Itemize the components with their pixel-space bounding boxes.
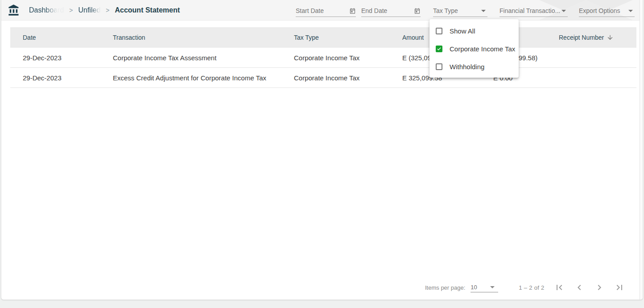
checkbox-checked[interactable] xyxy=(436,46,442,52)
content-card: Dashboard > Unfiled > Account Statement … xyxy=(1,0,643,300)
tax-type-dropdown-menu: Show All Corporate Income Tax Withholdin… xyxy=(429,19,519,78)
items-per-page-value: 10 xyxy=(471,284,477,291)
export-options-label: Export Options xyxy=(579,7,620,14)
menu-item-show-all[interactable]: Show All xyxy=(429,22,519,40)
table-row[interactable]: 29-Dec-2023 Corporate Income Tax Assessm… xyxy=(10,48,636,68)
bank-icon[interactable] xyxy=(8,4,20,17)
checkbox-unchecked[interactable] xyxy=(436,28,442,34)
menu-item-label: Show All xyxy=(450,27,475,35)
breadcrumb-item-unfiled[interactable]: Unfiled xyxy=(78,6,100,14)
chevron-down-icon xyxy=(490,286,495,288)
page-range-text: 1 – 2 of 2 xyxy=(519,284,544,291)
table-row[interactable]: 29-Dec-2023 Excess Credit Adjustment for… xyxy=(10,68,636,88)
financial-transactions-label: Financial Transactio... xyxy=(500,7,560,14)
cell-date: 29-Dec-2023 xyxy=(23,74,113,82)
export-options-select[interactable]: Export Options xyxy=(579,5,635,17)
start-date-input[interactable]: Start Date xyxy=(296,5,356,17)
breadcrumb: Dashboard > Unfiled > Account Statement xyxy=(29,0,180,21)
start-date-placeholder: Start Date xyxy=(296,7,324,14)
first-page-icon[interactable] xyxy=(554,282,565,293)
calendar-icon[interactable] xyxy=(349,8,356,14)
top-bar: Dashboard > Unfiled > Account Statement … xyxy=(1,0,640,21)
end-date-input[interactable]: End Date xyxy=(361,5,421,17)
page-title: Account Statement xyxy=(115,6,180,14)
last-page-icon[interactable] xyxy=(614,282,625,293)
chevron-down-icon xyxy=(628,10,633,12)
menu-item-withholding[interactable]: Withholding xyxy=(429,58,519,75)
receipt-number-label: Receipt Number xyxy=(559,34,604,41)
paginator: Items per page: 10 1 – 2 of 2 xyxy=(425,279,631,296)
scrollbar-track[interactable] xyxy=(640,0,643,300)
menu-item-label: Corporate Income Tax xyxy=(450,45,515,53)
chevron-down-icon xyxy=(481,10,486,12)
menu-item-corporate-income-tax[interactable]: Corporate Income Tax xyxy=(429,40,519,58)
calendar-icon[interactable] xyxy=(414,8,421,14)
tax-type-select[interactable]: Tax Type xyxy=(433,5,487,17)
column-header-receipt-number[interactable]: Receipt Number xyxy=(550,34,636,41)
items-per-page-label: Items per page: xyxy=(425,284,465,291)
next-page-icon[interactable] xyxy=(594,282,605,293)
cell-transaction: Corporate Income Tax Assessment xyxy=(113,54,294,62)
financial-transactions-select[interactable]: Financial Transactio... xyxy=(500,5,568,17)
breadcrumb-item-dashboard[interactable]: Dashboard xyxy=(29,6,64,14)
previous-page-icon[interactable] xyxy=(574,282,585,293)
account-statement-table: Date Transaction Tax Type Amount Receipt… xyxy=(10,27,636,88)
cell-tax-type: Corporate Income Tax xyxy=(294,74,402,82)
breadcrumb-separator: > xyxy=(106,7,109,14)
breadcrumb-separator: > xyxy=(69,7,73,14)
arrow-down-icon[interactable] xyxy=(607,34,614,41)
column-header-tax-type[interactable]: Tax Type xyxy=(294,34,402,41)
tax-type-label: Tax Type xyxy=(433,7,458,14)
cell-transaction: Excess Credit Adjustment for Corporate I… xyxy=(113,74,294,82)
column-header-date[interactable]: Date xyxy=(23,34,113,41)
column-header-transaction[interactable]: Transaction xyxy=(113,34,294,41)
chevron-down-icon xyxy=(561,10,566,12)
table-header-row: Date Transaction Tax Type Amount Receipt… xyxy=(10,27,636,48)
end-date-placeholder: End Date xyxy=(361,7,387,14)
items-per-page-select[interactable]: 10 xyxy=(471,283,498,292)
checkbox-unchecked[interactable] xyxy=(436,63,442,70)
menu-item-label: Withholding xyxy=(450,63,484,71)
cell-date: 29-Dec-2023 xyxy=(23,54,113,62)
cell-tax-type: Corporate Income Tax xyxy=(294,54,402,62)
